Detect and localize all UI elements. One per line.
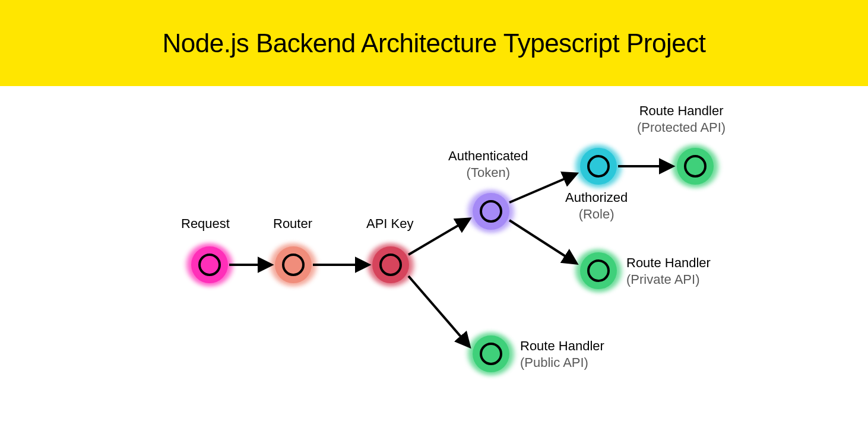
label-authenticated: Authenticated (Token) [448,148,528,180]
label-request: Request [181,216,230,232]
arrow-authenticated-private [509,220,576,263]
header-banner: Node.js Backend Architecture Typescript … [0,0,868,86]
label-router: Router [273,216,312,232]
node-private [580,252,617,289]
node-request [191,246,228,283]
arrows-layer [0,86,868,434]
page-title: Node.js Backend Architecture Typescript … [163,28,706,58]
node-protected [677,148,714,185]
node-router [275,246,312,283]
label-authorized: Authorized (Role) [565,189,628,222]
arrow-apikey-authenticated [408,219,469,255]
label-private: Route Handler (Private API) [626,255,711,287]
label-public: Route Handler (Public API) [520,338,604,370]
node-apikey [372,246,409,283]
arrow-apikey-public [408,276,469,346]
node-authenticated [473,193,509,230]
label-apikey: API Key [366,216,413,232]
node-public [473,335,509,372]
label-protected: Route Handler (Protected API) [637,103,726,135]
node-authorized [580,148,617,185]
diagram-canvas: Request Router API Key Authenticated (To… [0,86,868,434]
